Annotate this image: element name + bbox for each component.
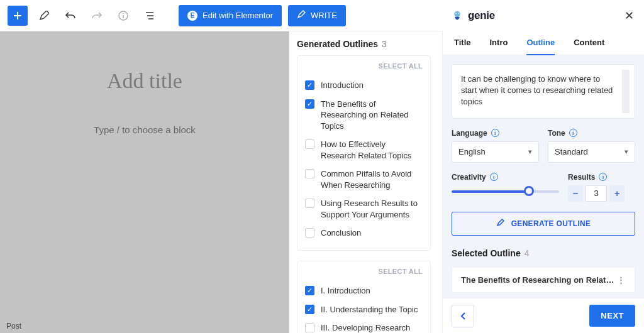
- outline-option-label: II. Understanding the Topic: [321, 304, 418, 315]
- checkbox[interactable]: [305, 199, 314, 208]
- close-panel-button[interactable]: ✕: [622, 6, 636, 25]
- pencil-icon: [496, 218, 505, 229]
- selected-outline-item[interactable]: The Benefits of Researching on Related T…: [452, 267, 635, 293]
- kebab-icon[interactable]: ⋮: [617, 275, 626, 285]
- generated-outlines-panel: Generated Outlines 3 SELECT ALL Introduc…: [289, 31, 443, 333]
- svg-point-2: [455, 13, 457, 14]
- tab-content[interactable]: Content: [574, 31, 604, 55]
- generate-outline-button[interactable]: GENERATE OUTLINE: [452, 212, 635, 236]
- add-block-button[interactable]: [8, 6, 28, 26]
- edit-icon[interactable]: [34, 6, 54, 26]
- svg-point-1: [454, 11, 460, 17]
- outline-option[interactable]: III. Developing Research Strategies: [305, 319, 423, 333]
- info-icon[interactable]: i: [599, 173, 607, 181]
- outline-option-label: I. Introduction: [321, 285, 370, 297]
- generated-outlines-heading: Generated Outlines 3: [297, 39, 431, 49]
- tab-intro[interactable]: Intro: [490, 31, 508, 55]
- outline-option[interactable]: I. Introduction: [305, 281, 423, 300]
- elementor-icon: E: [187, 11, 197, 21]
- outline-option[interactable]: Introduction: [305, 76, 423, 95]
- checkbox[interactable]: [305, 228, 314, 237]
- outline-group-2: SELECT ALL I. IntroductionII. Understand…: [297, 261, 431, 333]
- outline-option-label: Common Pitfalls to Avoid When Researchin…: [321, 168, 423, 190]
- svg-point-3: [458, 13, 459, 14]
- checkbox[interactable]: [305, 323, 314, 332]
- language-select[interactable]: English▾: [452, 141, 539, 163]
- creativity-label: Creativityi: [452, 173, 559, 182]
- next-button[interactable]: NEXT: [589, 305, 635, 327]
- status-bar: Post: [0, 319, 28, 333]
- tab-outline[interactable]: Outline: [526, 31, 555, 55]
- checkbox[interactable]: [305, 169, 314, 178]
- selected-outline-heading: Selected Outline 4: [452, 248, 635, 258]
- info-icon[interactable]: i: [569, 129, 577, 137]
- outline-toggle-icon[interactable]: [140, 6, 160, 26]
- outline-option-label: Conclusion: [321, 227, 361, 239]
- creativity-slider[interactable]: [452, 185, 559, 198]
- outline-option[interactable]: Using Research Results to Support Your A…: [305, 194, 423, 224]
- results-value: 3: [586, 185, 607, 202]
- checkbox[interactable]: [305, 139, 314, 149]
- redo-button[interactable]: [87, 6, 107, 26]
- write-icon: [297, 10, 306, 21]
- results-increment[interactable]: +: [609, 185, 625, 202]
- results-label: Resultsi: [568, 173, 635, 182]
- write-button[interactable]: WRITE: [288, 5, 346, 26]
- outline-option-label: III. Developing Research Strategies: [321, 322, 423, 333]
- post-title-input[interactable]: Add title: [0, 69, 289, 93]
- select-all-button[interactable]: SELECT ALL: [305, 268, 423, 275]
- write-label: WRITE: [311, 11, 337, 20]
- editor-canvas: Add title Type / to choose a block Post: [0, 31, 289, 333]
- tone-select[interactable]: Standard▾: [548, 141, 635, 163]
- outline-group-1: SELECT ALL IntroductionThe Benefits of R…: [297, 55, 431, 251]
- block-placeholder[interactable]: Type / to choose a block: [0, 124, 289, 135]
- results-stepper: − 3 +: [568, 185, 635, 202]
- back-button[interactable]: [452, 305, 474, 327]
- outline-option[interactable]: Common Pitfalls to Avoid When Researchin…: [305, 165, 423, 194]
- checkbox[interactable]: [305, 286, 314, 295]
- outline-option-label: Using Research Results to Support Your A…: [321, 198, 423, 220]
- undo-button[interactable]: [60, 6, 80, 26]
- tone-label: Tonei: [548, 129, 635, 138]
- intro-text: It can be challenging to know where to s…: [457, 70, 630, 113]
- outline-option[interactable]: How to Effectively Research Related Topi…: [305, 135, 423, 165]
- checkbox[interactable]: [305, 80, 314, 90]
- info-icon[interactable]: [113, 6, 133, 26]
- genie-tabs: Title Intro Outline Content: [443, 31, 644, 55]
- checkbox[interactable]: [305, 305, 314, 314]
- language-label: Languagei: [452, 129, 539, 138]
- outline-option[interactable]: Conclusion: [305, 224, 423, 243]
- elementor-label: Edit with Elementor: [203, 11, 273, 20]
- chevron-down-icon: ▾: [528, 148, 532, 156]
- genie-logo: genie: [450, 9, 495, 23]
- outline-option[interactable]: II. Understanding the Topic: [305, 300, 423, 319]
- intro-preview-box: It can be challenging to know where to s…: [452, 64, 635, 119]
- genie-panel: genie ✕ Title Intro Outline Content It c…: [443, 0, 644, 333]
- checkbox[interactable]: [305, 99, 314, 109]
- select-all-button[interactable]: SELECT ALL: [305, 62, 423, 70]
- results-decrement[interactable]: −: [568, 185, 583, 202]
- chevron-down-icon: ▾: [625, 148, 628, 156]
- edit-elementor-button[interactable]: E Edit with Elementor: [179, 5, 282, 26]
- outline-option-label: Introduction: [321, 80, 364, 91]
- tab-title[interactable]: Title: [454, 31, 471, 55]
- outline-option[interactable]: The Benefits of Researching on Related T…: [305, 95, 423, 136]
- info-icon[interactable]: i: [491, 129, 499, 137]
- outline-option-label: The Benefits of Researching on Related T…: [321, 99, 423, 132]
- info-icon[interactable]: i: [490, 173, 498, 181]
- outline-option-label: How to Effectively Research Related Topi…: [321, 139, 423, 161]
